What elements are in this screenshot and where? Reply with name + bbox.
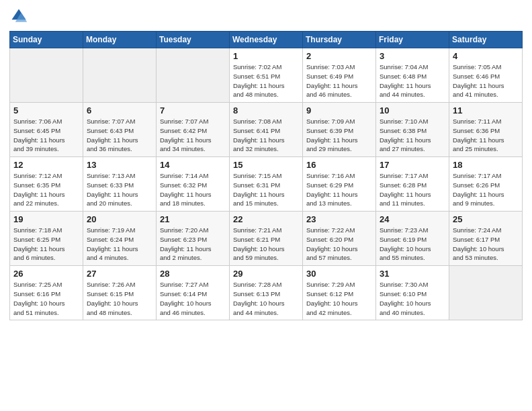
day-info: Sunrise: 7:17 AM Sunset: 6:26 PM Dayligh…: [453, 171, 519, 208]
week-row-4: 26Sunrise: 7:25 AM Sunset: 6:16 PM Dayli…: [10, 266, 523, 320]
week-row-0: 1Sunrise: 7:02 AM Sunset: 6:51 PM Daylig…: [10, 48, 523, 103]
day-info: Sunrise: 7:11 AM Sunset: 6:36 PM Dayligh…: [453, 117, 519, 154]
day-info: Sunrise: 7:28 AM Sunset: 6:13 PM Dayligh…: [233, 280, 299, 317]
day-number: 24: [380, 214, 445, 224]
logo-icon: [9, 7, 28, 26]
day-number: 20: [87, 214, 152, 224]
calendar-cell: 17Sunrise: 7:17 AM Sunset: 6:28 PM Dayli…: [376, 157, 449, 212]
day-info: Sunrise: 7:24 AM Sunset: 6:17 PM Dayligh…: [453, 226, 519, 263]
day-number: 28: [160, 269, 226, 279]
day-number: 19: [13, 214, 79, 224]
day-info: Sunrise: 7:02 AM Sunset: 6:51 PM Dayligh…: [233, 62, 299, 99]
day-number: 18: [453, 160, 519, 170]
week-row-2: 12Sunrise: 7:12 AM Sunset: 6:35 PM Dayli…: [10, 157, 523, 212]
weekday-header-saturday: Saturday: [449, 32, 523, 48]
calendar-cell: 20Sunrise: 7:19 AM Sunset: 6:24 PM Dayli…: [83, 212, 157, 266]
day-number: 26: [13, 269, 79, 279]
calendar-cell: 22Sunrise: 7:21 AM Sunset: 6:21 PM Dayli…: [230, 212, 303, 266]
calendar-cell: 12Sunrise: 7:12 AM Sunset: 6:35 PM Dayli…: [10, 157, 83, 212]
calendar: SundayMondayTuesdayWednesdayThursdayFrid…: [9, 31, 523, 320]
day-number: 21: [160, 214, 226, 224]
day-info: Sunrise: 7:04 AM Sunset: 6:48 PM Dayligh…: [380, 62, 445, 99]
calendar-cell: 13Sunrise: 7:13 AM Sunset: 6:33 PM Dayli…: [83, 157, 157, 212]
day-info: Sunrise: 7:27 AM Sunset: 6:14 PM Dayligh…: [160, 280, 226, 317]
logo: [9, 7, 30, 26]
calendar-cell: [157, 48, 230, 103]
calendar-cell: 28Sunrise: 7:27 AM Sunset: 6:14 PM Dayli…: [157, 266, 230, 320]
calendar-cell: 9Sunrise: 7:09 AM Sunset: 6:39 PM Daylig…: [303, 103, 376, 157]
weekday-header-thursday: Thursday: [303, 32, 376, 48]
weekday-header-sunday: Sunday: [10, 32, 83, 48]
day-number: 5: [13, 105, 79, 116]
page: SundayMondayTuesdayWednesdayThursdayFrid…: [0, 0, 532, 411]
day-number: 29: [233, 269, 299, 279]
day-info: Sunrise: 7:21 AM Sunset: 6:21 PM Dayligh…: [233, 226, 299, 263]
day-info: Sunrise: 7:23 AM Sunset: 6:19 PM Dayligh…: [380, 226, 445, 263]
calendar-cell: [449, 266, 523, 320]
day-info: Sunrise: 7:26 AM Sunset: 6:15 PM Dayligh…: [87, 280, 152, 317]
day-info: Sunrise: 7:29 AM Sunset: 6:12 PM Dayligh…: [306, 280, 372, 317]
weekday-header-tuesday: Tuesday: [157, 32, 230, 48]
day-info: Sunrise: 7:08 AM Sunset: 6:41 PM Dayligh…: [233, 117, 299, 154]
day-info: Sunrise: 7:18 AM Sunset: 6:25 PM Dayligh…: [13, 226, 79, 263]
calendar-cell: 1Sunrise: 7:02 AM Sunset: 6:51 PM Daylig…: [230, 48, 303, 103]
day-number: 22: [233, 214, 299, 224]
calendar-cell: 27Sunrise: 7:26 AM Sunset: 6:15 PM Dayli…: [83, 266, 157, 320]
day-info: Sunrise: 7:16 AM Sunset: 6:29 PM Dayligh…: [306, 171, 372, 208]
calendar-cell: 6Sunrise: 7:07 AM Sunset: 6:43 PM Daylig…: [83, 103, 157, 157]
day-number: 23: [306, 214, 372, 224]
calendar-cell: 19Sunrise: 7:18 AM Sunset: 6:25 PM Dayli…: [10, 212, 83, 266]
day-number: 10: [380, 105, 445, 116]
day-info: Sunrise: 7:07 AM Sunset: 6:42 PM Dayligh…: [160, 117, 226, 154]
day-number: 7: [160, 105, 226, 116]
day-number: 9: [306, 105, 372, 116]
weekday-header-wednesday: Wednesday: [230, 32, 303, 48]
day-number: 13: [87, 160, 152, 170]
calendar-cell: 26Sunrise: 7:25 AM Sunset: 6:16 PM Dayli…: [10, 266, 83, 320]
day-info: Sunrise: 7:19 AM Sunset: 6:24 PM Dayligh…: [87, 226, 152, 263]
calendar-cell: 5Sunrise: 7:06 AM Sunset: 6:45 PM Daylig…: [10, 103, 83, 157]
calendar-cell: 8Sunrise: 7:08 AM Sunset: 6:41 PM Daylig…: [230, 103, 303, 157]
day-info: Sunrise: 7:05 AM Sunset: 6:46 PM Dayligh…: [453, 62, 519, 99]
day-number: 11: [453, 105, 519, 116]
week-row-1: 5Sunrise: 7:06 AM Sunset: 6:45 PM Daylig…: [10, 103, 523, 157]
calendar-cell: 3Sunrise: 7:04 AM Sunset: 6:48 PM Daylig…: [376, 48, 449, 103]
calendar-cell: [10, 48, 83, 103]
day-info: Sunrise: 7:30 AM Sunset: 6:10 PM Dayligh…: [380, 280, 445, 317]
calendar-cell: [83, 48, 157, 103]
weekday-header-monday: Monday: [83, 32, 157, 48]
day-number: 6: [87, 105, 152, 116]
day-number: 16: [306, 160, 372, 170]
calendar-cell: 30Sunrise: 7:29 AM Sunset: 6:12 PM Dayli…: [303, 266, 376, 320]
calendar-cell: 16Sunrise: 7:16 AM Sunset: 6:29 PM Dayli…: [303, 157, 376, 212]
calendar-cell: 4Sunrise: 7:05 AM Sunset: 6:46 PM Daylig…: [449, 48, 523, 103]
day-info: Sunrise: 7:07 AM Sunset: 6:43 PM Dayligh…: [87, 117, 152, 154]
day-number: 27: [87, 269, 152, 279]
day-number: 25: [453, 214, 519, 224]
day-info: Sunrise: 7:03 AM Sunset: 6:49 PM Dayligh…: [306, 62, 372, 99]
day-number: 14: [160, 160, 226, 170]
day-info: Sunrise: 7:15 AM Sunset: 6:31 PM Dayligh…: [233, 171, 299, 208]
day-info: Sunrise: 7:20 AM Sunset: 6:23 PM Dayligh…: [160, 226, 226, 263]
header: [9, 7, 523, 26]
day-number: 1: [233, 51, 299, 61]
day-info: Sunrise: 7:12 AM Sunset: 6:35 PM Dayligh…: [13, 171, 79, 208]
calendar-cell: 25Sunrise: 7:24 AM Sunset: 6:17 PM Dayli…: [449, 212, 523, 266]
calendar-cell: 11Sunrise: 7:11 AM Sunset: 6:36 PM Dayli…: [449, 103, 523, 157]
day-info: Sunrise: 7:10 AM Sunset: 6:38 PM Dayligh…: [380, 117, 445, 154]
calendar-cell: 24Sunrise: 7:23 AM Sunset: 6:19 PM Dayli…: [376, 212, 449, 266]
day-number: 17: [380, 160, 445, 170]
day-info: Sunrise: 7:22 AM Sunset: 6:20 PM Dayligh…: [306, 226, 372, 263]
calendar-cell: 2Sunrise: 7:03 AM Sunset: 6:49 PM Daylig…: [303, 48, 376, 103]
calendar-cell: 14Sunrise: 7:14 AM Sunset: 6:32 PM Dayli…: [157, 157, 230, 212]
day-number: 31: [380, 269, 445, 279]
day-info: Sunrise: 7:14 AM Sunset: 6:32 PM Dayligh…: [160, 171, 226, 208]
calendar-cell: 15Sunrise: 7:15 AM Sunset: 6:31 PM Dayli…: [230, 157, 303, 212]
calendar-cell: 7Sunrise: 7:07 AM Sunset: 6:42 PM Daylig…: [157, 103, 230, 157]
day-number: 2: [306, 51, 372, 61]
day-number: 12: [13, 160, 79, 170]
weekday-header-row: SundayMondayTuesdayWednesdayThursdayFrid…: [10, 32, 523, 48]
day-number: 8: [233, 105, 299, 116]
calendar-cell: 10Sunrise: 7:10 AM Sunset: 6:38 PM Dayli…: [376, 103, 449, 157]
calendar-cell: 21Sunrise: 7:20 AM Sunset: 6:23 PM Dayli…: [157, 212, 230, 266]
